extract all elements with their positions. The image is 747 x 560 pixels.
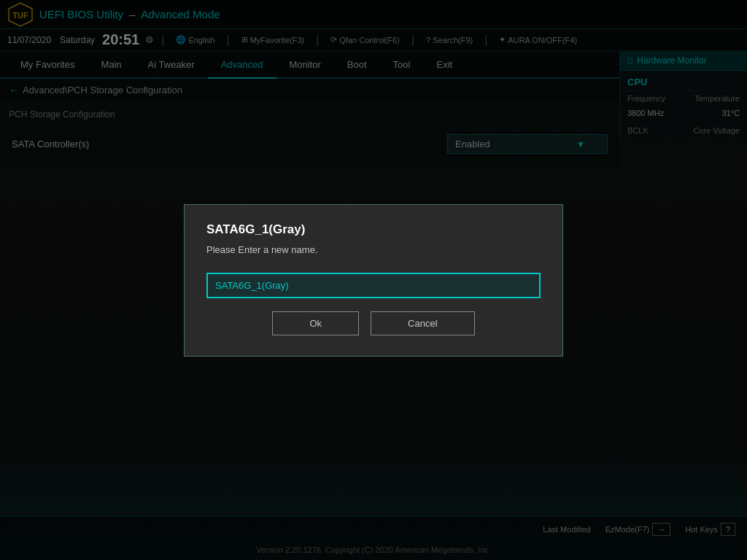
- dialog-overlay: SATA6G_1(Gray) Please Enter a new name. …: [0, 0, 747, 560]
- dialog-buttons: Ok Cancel: [206, 311, 541, 335]
- dialog-title: SATA6G_1(Gray): [206, 222, 541, 237]
- dialog-name-input[interactable]: [206, 273, 541, 298]
- main-content-area: ← Advanced\PCH Storage Configuration PCH…: [0, 79, 619, 516]
- dialog-cancel-button[interactable]: Cancel: [371, 311, 474, 335]
- dialog-ok-button[interactable]: Ok: [272, 311, 359, 335]
- dialog-subtitle: Please Enter a new name.: [206, 244, 541, 255]
- rename-dialog: SATA6G_1(Gray) Please Enter a new name. …: [184, 204, 563, 357]
